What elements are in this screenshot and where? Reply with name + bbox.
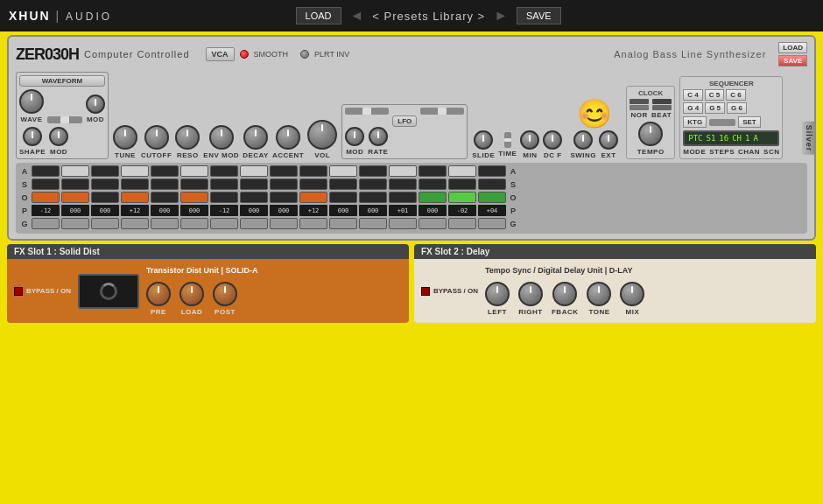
seq-step[interactable] — [270, 218, 298, 229]
min-knob[interactable] — [520, 130, 539, 150]
seq-step[interactable] — [61, 192, 89, 203]
ktg-btn[interactable]: KTG — [683, 116, 707, 128]
lfo-rate-knob[interactable] — [369, 127, 388, 146]
accent-knob[interactable] — [276, 125, 300, 150]
mix-knob[interactable] — [620, 282, 644, 306]
seq-step[interactable] — [270, 192, 298, 203]
seq-step[interactable] — [389, 192, 417, 203]
seq-step[interactable] — [478, 218, 506, 229]
seq-step[interactable] — [448, 218, 476, 229]
seq-step[interactable] — [419, 218, 447, 229]
c6-btn[interactable]: C 6 — [726, 89, 745, 101]
c5-btn[interactable]: C 5 — [705, 89, 724, 101]
seq-step[interactable] — [389, 165, 417, 177]
seq-step[interactable] — [180, 218, 208, 229]
seq-step[interactable] — [121, 192, 149, 203]
seq-step[interactable] — [359, 192, 387, 203]
seq-step[interactable] — [359, 218, 387, 229]
left-knob[interactable] — [485, 282, 510, 306]
seq-step[interactable] — [210, 218, 238, 229]
seq-step[interactable] — [32, 192, 60, 203]
seq-step[interactable] — [270, 165, 298, 177]
seq-step[interactable] — [121, 218, 149, 229]
set-btn[interactable]: SET — [738, 116, 761, 128]
seq-step[interactable] — [299, 218, 327, 229]
tempo-knob[interactable] — [638, 122, 663, 146]
synth-save-btn[interactable]: SAVE — [778, 55, 807, 66]
seq-step[interactable] — [180, 165, 208, 177]
post-knob[interactable] — [213, 282, 237, 306]
seq-step[interactable] — [389, 178, 417, 190]
slide-knob[interactable] — [474, 130, 493, 150]
synth-load-btn[interactable]: LOAD — [778, 42, 807, 53]
seq-step[interactable] — [151, 218, 179, 229]
seq-step[interactable] — [329, 165, 357, 177]
cutoff-knob[interactable] — [144, 125, 169, 150]
shape-knob[interactable] — [23, 127, 42, 146]
seq-step[interactable] — [329, 218, 357, 229]
env-mod-knob[interactable] — [209, 125, 234, 150]
seq-step[interactable] — [180, 178, 208, 190]
seq-step[interactable] — [121, 178, 149, 190]
set-slider[interactable] — [709, 119, 735, 126]
ext-knob[interactable] — [599, 130, 618, 150]
vol-knob[interactable] — [307, 120, 337, 150]
seq-step[interactable] — [359, 178, 387, 190]
g6-btn[interactable]: G 6 — [727, 102, 747, 114]
seq-step[interactable] — [448, 192, 476, 203]
seq-step[interactable] — [121, 165, 149, 177]
swing-knob[interactable] — [573, 130, 593, 150]
seq-step[interactable] — [359, 165, 387, 177]
seq-step[interactable] — [151, 178, 179, 190]
right-knob[interactable] — [518, 282, 543, 306]
seq-step[interactable] — [299, 178, 327, 190]
lfo-mod-knob[interactable] — [345, 127, 364, 146]
shape-mod-knob[interactable] — [49, 127, 68, 146]
wave-knob[interactable] — [19, 89, 44, 114]
seq-step[interactable] — [240, 178, 268, 190]
g5-btn[interactable]: G 5 — [705, 102, 725, 114]
fback-knob[interactable] — [552, 282, 577, 306]
seq-step[interactable] — [91, 178, 119, 190]
seq-step[interactable] — [270, 178, 298, 190]
seq-step[interactable] — [389, 218, 417, 229]
seq-step[interactable] — [91, 192, 119, 203]
vca-btn[interactable]: VCA — [206, 47, 235, 61]
lfo-slider2[interactable] — [420, 108, 464, 115]
g4-btn[interactable]: G 4 — [683, 102, 703, 114]
seq-step[interactable] — [32, 165, 60, 177]
seq-step[interactable] — [61, 165, 89, 177]
load-button[interactable]: LOAD — [296, 7, 341, 24]
mod-knob[interactable] — [86, 94, 105, 114]
seq-step[interactable] — [210, 178, 238, 190]
seq-step[interactable] — [478, 165, 506, 177]
seq-step[interactable] — [448, 165, 476, 177]
seq-step[interactable] — [151, 192, 179, 203]
seq-step[interactable] — [448, 178, 476, 190]
save-button[interactable]: SAVE — [517, 7, 561, 24]
seq-step[interactable] — [61, 218, 89, 229]
wave-slider[interactable] — [47, 116, 82, 123]
seq-step[interactable] — [329, 192, 357, 203]
seq-step[interactable] — [240, 218, 268, 229]
dc-f-knob[interactable] — [543, 130, 562, 150]
seq-step[interactable] — [478, 178, 506, 190]
seq-step[interactable] — [419, 178, 447, 190]
seq-step[interactable] — [210, 165, 238, 177]
seq-step[interactable] — [32, 178, 60, 190]
pre-knob[interactable] — [146, 282, 171, 306]
seq-step[interactable] — [210, 192, 238, 203]
seq-step[interactable] — [151, 165, 179, 177]
seq-step[interactable] — [419, 192, 447, 203]
decay-knob[interactable] — [243, 125, 268, 150]
seq-step[interactable] — [478, 192, 506, 203]
seq-step[interactable] — [240, 165, 268, 177]
seq-step[interactable] — [240, 192, 268, 203]
seq-step[interactable] — [299, 192, 327, 203]
lfo-slider[interactable] — [345, 108, 389, 115]
time-slider[interactable] — [504, 132, 511, 148]
seq-step[interactable] — [61, 178, 89, 190]
tune-knob[interactable] — [113, 125, 137, 150]
seq-step[interactable] — [329, 178, 357, 190]
seq-step[interactable] — [32, 218, 60, 229]
